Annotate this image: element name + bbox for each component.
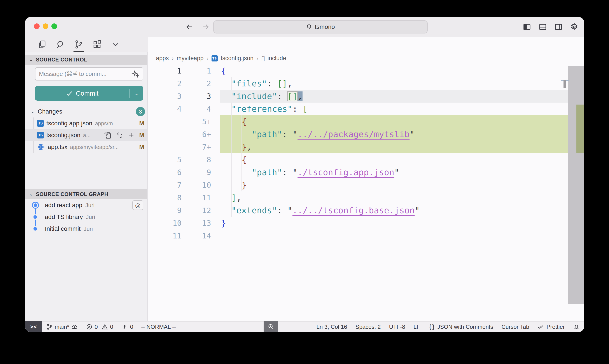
window-controls	[34, 23, 57, 29]
eol-status[interactable]: LF	[414, 324, 420, 330]
code-line[interactable]: 22 "files": [],	[148, 77, 584, 90]
changed-file-row-tsconfig.app.json[interactable]: TStsconfig.app.jsonapps/m...M	[25, 117, 147, 129]
path-link[interactable]: ../../tsconfig.base.json	[292, 206, 415, 215]
breadcrumb-item-include[interactable]: include	[268, 55, 286, 62]
vscode-window: tsmono TS tsconfig.json (Working Tree) M…	[25, 17, 584, 332]
activity-source-control-icon[interactable]	[74, 39, 84, 49]
formatter-status[interactable]: Prettier	[537, 323, 565, 330]
panel-right-icon[interactable]	[553, 22, 563, 32]
commit-row[interactable]: add react appJuri◎	[25, 199, 147, 211]
breadcrumb-item-myviteapp[interactable]: myviteapp	[177, 55, 204, 62]
encoding-status[interactable]: UTF-8	[389, 324, 405, 330]
cursor-position-status[interactable]: Ln 3, Col 16	[317, 324, 347, 330]
breadcrumb-item-apps[interactable]: apps	[156, 55, 169, 62]
panel-left-icon[interactable]	[522, 22, 532, 32]
branch-name: main*	[55, 324, 69, 330]
code-line[interactable]: 7+ },	[148, 141, 584, 153]
panel-bottom-icon[interactable]	[538, 22, 548, 32]
cursor-tab-status[interactable]: Cursor Tab	[502, 324, 529, 330]
code-text: ],	[221, 191, 242, 204]
commit-button[interactable]: Commit ⌄	[35, 86, 143, 101]
activity-search-icon[interactable]	[56, 39, 65, 49]
bell-icon	[573, 324, 580, 330]
discard-changes-icon[interactable]	[116, 131, 124, 139]
zoom-window-button[interactable]	[52, 23, 57, 29]
stage-changes-icon[interactable]	[128, 131, 135, 139]
problems-status[interactable]: 0 0	[86, 324, 113, 330]
vim-mode-indicator[interactable]: -- NORMAL --	[141, 324, 176, 330]
command-center-search[interactable]: tsmono	[213, 20, 428, 33]
commit-graph: add react appJuri◎add TS libraryJuriInit…	[25, 199, 147, 235]
activity-files-icon[interactable]	[37, 39, 47, 49]
back-icon[interactable]	[184, 22, 194, 32]
changed-file-row-app.tsx[interactable]: app.tsxapps/myviteapp/sr...M	[25, 141, 147, 153]
line-number-original: 11	[148, 230, 181, 242]
branch-status[interactable]: main*	[46, 323, 78, 330]
language-mode-status[interactable]: {} JSON with Comments	[428, 324, 493, 330]
changed-file-row-tsconfig.json[interactable]: TStsconfig.jsona... M	[25, 129, 147, 141]
code-line[interactable]: 44 "references": [	[148, 103, 584, 115]
checkout-target-icon[interactable]: ◎	[132, 200, 143, 210]
line-number-modified: 8	[184, 153, 211, 166]
minimize-window-button[interactable]	[43, 23, 48, 29]
breadcrumb-item-tsconfig.json[interactable]: tsconfig.json	[221, 55, 254, 62]
line-number-original: 6	[148, 166, 181, 179]
changes-section-header[interactable]: ⌄ Changes 3	[25, 106, 147, 117]
indentation-status[interactable]: Spaces: 2	[355, 324, 381, 330]
code-line[interactable]: 33 "include": [],	[148, 90, 584, 103]
language-mode: JSON with Comments	[437, 324, 493, 330]
breadcrumb: apps›myviteapp›TStsconfig.json›[ ]includ…	[148, 52, 584, 65]
check-icon	[66, 90, 73, 97]
path-link[interactable]: ../../packages/mytslib	[298, 130, 410, 139]
source-control-section-header[interactable]: ⌄ SOURCE CONTROL	[25, 55, 147, 65]
screencast-zoom-indicator[interactable]	[264, 321, 278, 332]
code-editor[interactable]: 11{22 "files": [],33 "include": [],44 "r…	[148, 65, 584, 321]
path-link[interactable]: ./tsconfig.app.json	[298, 168, 394, 177]
code-line[interactable]: 912 "extends": "../../tsconfig.base.json…	[148, 204, 584, 217]
commit-message-placeholder: Message (⌘⏎ to comm...	[39, 70, 131, 78]
remote-indicator[interactable]: ><	[25, 321, 42, 332]
chevron-down-icon: ⌄	[31, 109, 35, 114]
gear-icon[interactable]	[569, 22, 579, 32]
ports-status[interactable]: 0	[121, 323, 133, 330]
forward-icon[interactable]	[201, 22, 211, 32]
commit-row[interactable]: add TS libraryJuri	[25, 211, 147, 223]
modified-badge: M	[139, 132, 144, 139]
code-line[interactable]: 5+ {	[148, 115, 584, 128]
overview-ruler-added-marker	[576, 104, 584, 153]
sidebar-source-control: ⌄ SOURCE CONTROL Message (⌘⏎ to comm... …	[25, 52, 148, 321]
line-highlight	[220, 115, 568, 128]
layout-controls	[522, 22, 579, 32]
commit-row[interactable]: Initial commitJuri	[25, 223, 147, 235]
file-name: tsconfig.app.json	[46, 120, 92, 127]
activity-extensions-icon[interactable]	[92, 39, 102, 49]
source-control-graph-header[interactable]: ⌄ SOURCE CONTROL GRAPH	[25, 189, 147, 199]
code-text: "include": [],	[221, 90, 302, 103]
code-text: "path": "../../packages/mytslib"	[221, 128, 415, 141]
code-text: }	[221, 179, 246, 191]
code-line[interactable]: 1013}	[148, 217, 584, 230]
commit-author: Juri	[85, 202, 94, 209]
code-line[interactable]: 6+ "path": "../../packages/mytslib"	[148, 128, 584, 141]
sparkle-icon[interactable]	[131, 70, 139, 78]
code-line[interactable]: 69 "path": "./tsconfig.app.json"	[148, 166, 584, 179]
activity-chevron-down-icon[interactable]	[111, 39, 120, 49]
commit-dropdown-button[interactable]: ⌄	[130, 90, 143, 96]
notifications-bell[interactable]	[573, 324, 580, 330]
code-line[interactable]: 811 ],	[148, 191, 584, 204]
code-line[interactable]: 1114	[148, 230, 584, 242]
file-path: apps/m...	[95, 120, 135, 127]
code-line[interactable]: 710 }	[148, 179, 584, 191]
open-file-icon[interactable]	[104, 131, 112, 140]
commit-message-input[interactable]: Message (⌘⏎ to comm...	[35, 67, 143, 80]
line-number-modified: 10	[184, 179, 211, 191]
close-window-button[interactable]	[34, 23, 39, 29]
ports-count: 0	[130, 324, 133, 330]
code-line[interactable]: 58 {	[148, 153, 584, 166]
git-branch-icon	[46, 324, 53, 330]
radio-tower-icon	[121, 323, 128, 330]
cloud-upload-icon	[71, 323, 78, 330]
chevron-down-icon: ⌄	[29, 192, 33, 197]
code-line[interactable]: 11{	[148, 65, 584, 77]
line-number-modified: 13	[184, 217, 211, 230]
